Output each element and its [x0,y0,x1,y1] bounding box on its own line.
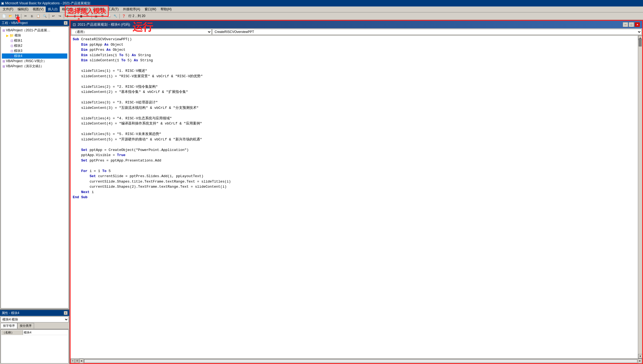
project-icon: ⊞ [2,29,5,32]
tree-label-module4: 模块4 [14,54,22,58]
toolbar-cut-btn[interactable]: ✂ [22,13,28,19]
properties-panel: 属性 - 模块4 × 模块4 模块 按字母序 按分类序 （名称） 模块4 [0,310,69,364]
scroll-left-btn[interactable]: ◄ [79,359,84,363]
tree-item-project3[interactable]: ⊞ VBAProject（演示文稿1） [2,64,67,69]
scrollbar-thumb[interactable] [639,38,642,46]
menu-addins[interactable]: 外接程序(A) [121,6,142,12]
vba-title-left: ⊡ 2021-产品巡展规划 - 模块4 (代码) [73,22,130,27]
toolbar-break-btn[interactable]: ⏸ [72,13,78,19]
prop-name-label: （名称） [1,330,23,335]
properties-module-dropdown[interactable]: 模块4 模块 [1,316,69,322]
toolbar-explorer-btn[interactable]: 🗂 [93,13,99,19]
project-icon2: ⊞ [2,59,5,63]
properties-close[interactable]: × [64,311,68,315]
vba-maximize-btn[interactable]: □ [629,22,634,27]
vba-window-controls: ─ □ ✕ [623,22,640,27]
main-layout: 工程 - VBAProject × ⊞ VBAProject（2021-产品巡展… [0,20,643,364]
toolbar-undo-btn[interactable]: ↩ [50,13,56,19]
toolbar-objbrowser-btn[interactable]: 📖 [106,13,112,19]
vba-window-title: 2021-产品巡展规划 - 模块4 (代码) [78,22,130,27]
toolbar-sep3 [64,14,64,19]
project-explorer-header: 工程 - VBAProject × [0,20,69,26]
toolbar: 📄 📂 💾 ✂ ⎘ 📋 🔍 ↩ ↪ ▶ ⏸ ⏹ ✏ 🗂 ⚙ 📖 🔧 ❓ 行 2，… [0,12,643,20]
vba-icon: ⊡ [73,22,76,27]
project-icon3: ⊞ [2,65,5,68]
props-tab-alphabetical[interactable]: 按字母序 [1,323,17,329]
tree-label-module2: 模块2 [14,43,22,48]
view-procedure-btn[interactable]: ☰ [75,359,79,363]
menu-edit[interactable]: 编辑(E) [15,6,31,12]
app-icon: ▣ [1,1,4,5]
view-buttons: ≡ ☰ [71,359,79,363]
app-title: Microsoft Visual Basic for Applications … [5,1,90,6]
toolbar-help-btn[interactable]: ❓ [121,13,127,19]
project-tree[interactable]: ⊞ VBAProject（2021-产品巡展… ▶ 📁 模块 ⊡ 模块1 ⊡ 模… [1,26,69,308]
project-explorer-close[interactable]: × [64,21,68,25]
menu-run[interactable]: 运行(R) [91,6,106,12]
vba-window: ⊡ 2021-产品巡展规划 - 模块4 (代码) ─ □ ✕ （通用） Crea… [70,20,643,364]
toolbar-stop-btn[interactable]: ⏹ [78,13,84,19]
tree-item-project1[interactable]: ⊞ VBAProject（2021-产品巡展… [2,28,67,33]
menu-view[interactable]: 视图(V) [31,6,46,12]
module-icon4: ⊡ [11,54,13,58]
toolbar-status: 行 2，列 20 [128,14,145,18]
menu-file[interactable]: 文件(F) [1,6,15,12]
tree-item-project2[interactable]: ⊞ VBAProject（RISC-V简介） [2,59,67,64]
toolbar-copy-btn[interactable]: ⎘ [29,13,35,19]
right-content: 运行 选择插入模块 ⊡ 2021-产品巡展规划 - 模块4 (代码) ─ □ ✕ [70,20,643,364]
menu-debug[interactable]: 调试(D) [75,6,91,12]
tree-label-project2: VBAProject（RISC-V简介） [6,59,46,63]
toolbar-open-btn[interactable]: 📂 [8,13,14,19]
code-text[interactable]: Sub CreateRISCVOverviewPPT() Dim pptApp … [71,36,638,358]
toolbar-new-btn[interactable]: 📄 [1,13,7,19]
menu-window[interactable]: 窗口(W) [142,6,158,12]
menu-help[interactable]: 帮助(H) [158,6,174,12]
folder-icon: ▶ [6,34,9,38]
properties-tabs: 按字母序 按分类序 [1,323,69,329]
toolbar-run-btn[interactable]: ▶ [65,13,71,19]
toolbar-sep5 [119,14,120,19]
tree-item-module2[interactable]: ⊡ 模块2 [2,43,67,48]
menu-format[interactable]: 格式(O) [60,6,75,12]
tree-label-project3: VBAProject（演示文稿1） [6,64,44,69]
toolbar-toolbar-btn[interactable]: 🔧 [112,13,118,19]
tree-item-module3[interactable]: ⊡ 模块3 [2,48,67,53]
props-tab-categorized[interactable]: 按分类序 [17,323,34,329]
toolbar-paste-btn[interactable]: 📋 [35,13,41,19]
scroll-track[interactable] [84,359,637,363]
toolbar-design-btn[interactable]: ✏ [85,13,91,19]
code-scrollbar-vertical[interactable]: ▲ ▼ [638,36,642,358]
vba-minimize-btn[interactable]: ─ [623,22,628,27]
tree-item-modules[interactable]: ▶ 📁 模块 [2,33,67,38]
code-bottom-bar: ≡ ☰ ◄ ► [71,358,642,363]
left-panel: 工程 - VBAProject × ⊞ VBAProject（2021-产品巡展… [0,20,70,364]
module-icon2: ⊡ [11,44,13,48]
toolbar-props-btn[interactable]: ⚙ [99,13,105,19]
tree-label-module1: 模块1 [14,38,22,43]
code-header: （通用） CreateRISCVOverviewPPT [71,28,642,36]
menu-insert[interactable]: 插入(I) [46,6,59,12]
view-normal-btn[interactable]: ≡ [71,359,75,363]
scroll-right-btn[interactable]: ► [638,359,642,363]
tree-item-module1[interactable]: ⊡ 模块1 [2,38,67,43]
code-scope-dropdown[interactable]: （通用） [71,29,212,35]
folder-icon2: 📁 [9,33,14,38]
properties-content: （名称） 模块4 [1,329,69,363]
title-bar: ▣ Microsoft Visual Basic for Application… [0,0,643,6]
menu-tools[interactable]: 工具(T) [106,6,121,12]
prop-row-name: （名称） 模块4 [1,330,68,335]
toolbar-save-btn[interactable]: 💾 [14,13,20,19]
module-icon3: ⊡ [11,49,13,53]
module-icon1: ⊡ [11,39,13,43]
code-proc-dropdown[interactable]: CreateRISCVOverviewPPT [212,29,642,35]
tree-label-module3: 模块3 [14,49,22,53]
menu-bar: 文件(F) 编辑(E) 视图(V) 插入(I) 格式(O) 调试(D) 运行(R… [0,6,643,12]
toolbar-find-btn[interactable]: 🔍 [42,13,48,19]
scrollbar-down-btn[interactable]: ▼ [638,354,642,358]
code-editor[interactable]: Sub CreateRISCVOverviewPPT() Dim pptApp … [71,36,642,358]
tree-item-module4[interactable]: ⊡ 模块4 [2,53,67,59]
toolbar-redo-btn[interactable]: ↪ [57,13,63,19]
vba-close-btn[interactable]: ✕ [635,22,640,27]
toolbar-sep4 [92,14,92,19]
toolbar-sep1 [21,14,21,19]
